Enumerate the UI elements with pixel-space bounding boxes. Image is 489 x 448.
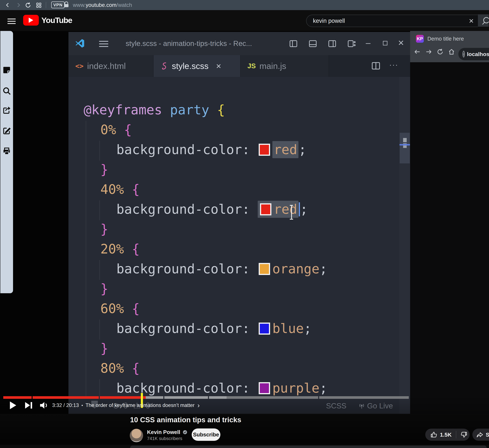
share-button[interactable]: Sh [472,429,489,441]
selection-highlight: red [272,141,299,158]
chapter-chevron-icon[interactable]: › [197,402,200,409]
chapter-title[interactable]: The order of keyframe animations doesn’t… [86,402,195,408]
url-text[interactable]: www.youtube.com/watch [73,0,132,10]
color-swatch[interactable] [260,203,271,215]
code-token [124,301,132,316]
code-token: @keyframes [84,102,162,118]
search-box[interactable]: × [306,15,478,27]
search-input[interactable] [306,17,465,24]
demo-reload-icon[interactable] [437,48,444,55]
toggle-sidebar-icon[interactable] [289,39,298,48]
more-actions-icon[interactable]: ··· [389,55,398,75]
progress-segment-buffered[interactable] [146,396,163,399]
search-clear-icon[interactable]: × [465,15,478,27]
video-player[interactable]: style.scss - animation-tips-tricks - Rec… [0,31,489,414]
code-token: } [100,162,108,177]
tab-label: main.js [259,61,286,71]
like-dislike-pill: 1.5K [425,429,470,441]
channel-name[interactable]: Kevin Powell [147,429,180,435]
next-icon[interactable] [24,401,33,409]
progress-segment-played[interactable] [100,396,146,399]
share-label: Sh [486,432,489,438]
toggle-panel-icon[interactable] [308,39,317,48]
demo-url-text: localhost [467,51,489,57]
progress-segment-track[interactable] [227,396,318,399]
demo-forward-icon[interactable] [425,48,432,55]
player-status-row: 3:32 / 20:13 • The order of keyframe ani… [52,401,200,410]
subscribe-button[interactable]: Subscribe [192,428,220,441]
progress-bar[interactable] [0,396,489,399]
print-icon[interactable] [2,147,11,155]
color-swatch[interactable] [259,263,270,275]
demo-browser-window: KP Demo title here i localhost [410,31,489,414]
like-count[interactable]: 1.5K [440,432,452,438]
edit-icon[interactable] [2,127,11,135]
description-card[interactable] [130,446,487,448]
code-token: { [132,361,140,376]
customize-layout-icon[interactable] [347,39,356,48]
split-editor-icon[interactable] [371,61,381,71]
demo-home-icon[interactable] [448,48,455,55]
youtube-logo-text: YouTube [41,15,72,26]
code-line: background-color: orange; [116,260,327,278]
progress-segment-buffered[interactable] [164,396,208,399]
grid-icon[interactable] [36,2,42,8]
editor-scrollbar[interactable] [399,77,410,414]
back-icon[interactable] [5,2,10,8]
js-file-icon: JS [247,62,256,70]
code-token: { [217,102,225,118]
pill-divider [456,431,456,438]
reload-icon[interactable] [25,2,31,8]
progress-segment-played[interactable] [3,396,32,399]
color-swatch[interactable] [259,144,270,156]
close-window-icon[interactable]: × [398,32,404,53]
tab-main-js[interactable]: JS main.js [241,55,329,77]
demo-back-icon[interactable] [414,48,421,55]
note-icon[interactable] [2,66,11,74]
subscriber-count: 741K subscribers [147,436,182,441]
site-info-icon[interactable]: i [463,51,465,57]
code-token: { [132,182,140,197]
play-icon[interactable] [8,401,17,410]
search-button[interactable] [478,14,489,27]
demo-chrome: KP Demo title here i localhost [410,31,489,62]
code-token: background-color: [116,321,258,336]
code-line: 20% { [100,240,140,258]
dislike-icon[interactable] [460,431,468,438]
progress-segment-played[interactable] [33,396,99,399]
color-swatch[interactable] [259,323,270,335]
code-line: background-color: red; [116,141,306,159]
code-token: } [100,341,108,356]
minimize-icon[interactable]: – [366,32,370,53]
tab-index-html[interactable]: <> index.html [68,55,154,77]
code-token: purple [272,381,319,396]
youtube-header: YouTube × [0,10,489,31]
channel-avatar[interactable] [130,429,143,442]
tab-style-scss[interactable]: style.scss × [154,55,241,77]
code-token: background-color: [116,261,258,276]
share-icon [476,431,483,438]
toggle-secondary-sidebar-icon[interactable] [328,39,337,48]
code-token: ; [298,142,306,157]
forward-icon[interactable] [16,2,21,8]
like-icon[interactable] [430,431,437,438]
color-swatch[interactable] [259,382,270,394]
code-line: } [100,280,108,298]
progress-segment-track[interactable] [319,396,409,399]
progress-segment-buffered[interactable] [209,396,227,399]
scrollbar-thumb[interactable] [400,133,410,163]
search-tool-icon[interactable] [2,87,11,95]
vscode-titlebar: style.scss - animation-tips-tricks - Rec… [68,32,410,55]
youtube-play-icon [23,15,39,26]
volume-icon[interactable] [40,401,49,409]
share-tool-icon[interactable] [2,106,11,115]
youtube-logo[interactable]: YouTube [23,15,72,26]
menu-icon[interactable] [8,17,16,25]
vscode-logo-icon [75,39,85,48]
close-tab-icon[interactable]: × [216,61,221,71]
vscode-menu-icon[interactable] [99,39,108,49]
maximize-icon[interactable] [382,40,389,47]
code-editor[interactable]: @keyframes party {0% {background-color: … [68,77,410,414]
demo-url-bar[interactable]: i localhost [458,48,489,60]
vpn-badge[interactable]: VPN [51,1,65,8]
